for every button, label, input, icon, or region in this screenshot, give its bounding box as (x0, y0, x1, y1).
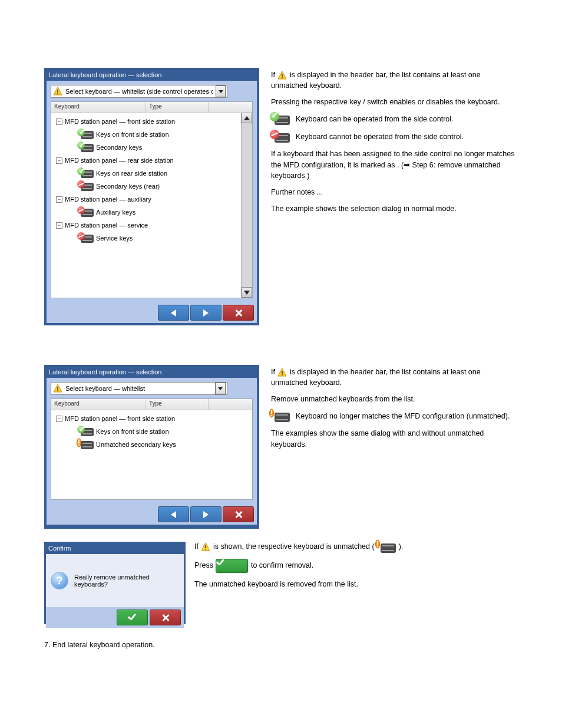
tree-parent[interactable]: −MFD station panel — front side stationK… (54, 412, 250, 451)
dialog-footer (47, 302, 257, 323)
keyboard-allowed-icon (78, 427, 94, 436)
keyboard-blocked-icon (78, 207, 94, 217)
expander-icon[interactable]: − (56, 196, 62, 203)
cancel-button[interactable] (223, 305, 254, 321)
dialog-footer (46, 607, 184, 628)
keyboard-select-combo[interactable]: Select keyboard — whitelist (side contro… (51, 85, 227, 98)
ok-button-inline (216, 559, 248, 573)
cancel-button[interactable] (223, 506, 254, 522)
tree-parent[interactable]: −MFD station panel — serviceService keys (54, 219, 239, 245)
tree-header-col-2: Type (146, 102, 209, 113)
expander-icon[interactable]: − (56, 416, 62, 422)
keyboard-warn-icon (377, 541, 396, 553)
tree-item-label: Secondary keys (96, 144, 142, 151)
tree-header-col-1: Keyboard (51, 102, 146, 113)
keyboard-blocked-icon (78, 182, 94, 191)
tree-parent[interactable]: −MFD station panel — auxiliaryAuxiliary … (54, 193, 239, 219)
dialog-footer (47, 504, 257, 525)
tree-item[interactable]: Secondary keys (56, 141, 239, 154)
keyboard-blocked-icon (271, 131, 290, 143)
expander-icon[interactable]: − (56, 157, 62, 164)
keyboard-blocked-icon (78, 233, 94, 243)
example1-description: If is displayed in the header bar, the l… (271, 70, 518, 220)
tree-header: Keyboard Type (51, 102, 252, 113)
prev-button[interactable] (158, 506, 189, 522)
question-icon: ? (51, 572, 68, 589)
tree-item-label: Keys on rear side station (96, 170, 167, 177)
tree-item-label: Service keys (96, 235, 133, 242)
tree-header: Keyboard Type (51, 399, 252, 410)
tree-parent[interactable]: −MFD station panel — front side stationK… (54, 115, 239, 154)
keyboard-selection-dialog-2: Lateral keyboard operation — selection S… (44, 365, 259, 529)
tree-parent-label: MFD station panel — front side station (65, 118, 175, 125)
confirm-question: Really remove unmatched keyboards? (74, 574, 179, 588)
warning-icon (201, 542, 210, 552)
warning-icon (53, 87, 62, 96)
tree-parent-label: MFD station panel — service (65, 222, 148, 229)
keyboard-allowed-icon (78, 130, 94, 139)
tree-item-label: Secondary keys (rear) (96, 183, 160, 190)
keyboard-allowed-icon (78, 143, 94, 152)
ok-button[interactable] (117, 610, 148, 625)
keyboard-selection-dialog-1: Lateral keyboard operation — selection S… (44, 68, 259, 325)
tree-item-label: Auxiliary keys (96, 209, 135, 216)
expander-icon[interactable]: − (56, 118, 62, 125)
x-icon (161, 614, 170, 622)
cancel-button[interactable] (150, 610, 181, 625)
tree-item-label: Keys on front side station (96, 131, 169, 138)
combo-dropdown-arrow[interactable] (216, 85, 226, 97)
keyboard-tree: Keyboard Type −MFD station panel — front… (51, 101, 253, 298)
scroll-down-button[interactable] (242, 287, 252, 298)
tree-item[interactable]: Unmatched secondary keys (56, 438, 250, 451)
keyboard-allowed-icon (271, 113, 290, 125)
expander-icon[interactable]: − (56, 222, 62, 229)
keyboard-select-combo[interactable]: Select keyboard — whitelist (51, 382, 227, 395)
tree-item-label: Keys on front side station (96, 428, 169, 435)
triangle-right-icon (203, 309, 209, 317)
x-icon (234, 510, 243, 519)
tree-item[interactable]: Secondary keys (rear) (56, 180, 239, 193)
tree-item[interactable]: Keys on rear side station (56, 167, 239, 180)
tree-header-col-2: Type (146, 399, 209, 410)
tree-parent[interactable]: −MFD station panel — rear side stationKe… (54, 154, 239, 193)
keyboard-tree: Keyboard Type −MFD station panel — front… (51, 398, 253, 500)
confirm-description: If is shown, the respective keyboard is … (194, 541, 518, 595)
dialog-title: Lateral keyboard operation — selection (47, 70, 257, 81)
combo-value: Select keyboard — whitelist (side contro… (65, 88, 213, 95)
keyboard-warn-icon (78, 440, 94, 449)
tree-header-col-1: Keyboard (51, 399, 146, 410)
keyboard-allowed-icon (78, 169, 94, 178)
warning-icon (277, 368, 287, 377)
tree-parent-label: MFD station panel — front side station (65, 415, 175, 422)
keyboard-warn-icon (271, 410, 290, 422)
triangle-right-icon (203, 511, 209, 518)
scroll-up-button[interactable] (242, 113, 252, 123)
footer-step: 7. End lateral keyboard operation. (44, 640, 515, 650)
dialog-title: Confirm (46, 543, 184, 554)
combo-value: Select keyboard — whitelist (65, 385, 213, 392)
tree-item-label: Unmatched secondary keys (96, 441, 176, 448)
triangle-left-icon (171, 309, 176, 317)
prev-button[interactable] (158, 305, 189, 321)
tree-item[interactable]: Auxiliary keys (56, 206, 239, 219)
tree-item[interactable]: Service keys (56, 232, 239, 245)
dialog-title: Lateral keyboard operation — selection (47, 367, 257, 378)
legend-blocked: Keyboard cannot be operated from the sid… (296, 131, 464, 142)
tree-scrollbar[interactable] (241, 113, 252, 298)
check-icon (128, 614, 137, 621)
tree-parent-label: MFD station panel — auxiliary (65, 196, 151, 203)
combo-dropdown-arrow[interactable] (215, 383, 226, 394)
next-button[interactable] (190, 506, 222, 522)
legend-warn: Keyboard no longer matches the MFD confi… (296, 411, 510, 421)
warning-icon (53, 384, 62, 393)
example2-description: If is displayed in the header bar, the l… (271, 367, 518, 456)
tree-item[interactable]: Keys on front side station (56, 128, 239, 141)
triangle-left-icon (171, 511, 176, 518)
warning-icon (277, 71, 287, 80)
tree-parent-label: MFD station panel — rear side station (65, 157, 174, 164)
x-icon (234, 309, 243, 317)
legend-allowed: Keyboard can be operated from the side c… (296, 114, 454, 124)
confirm-dialog: Confirm ? Really remove unmatched keyboa… (44, 542, 186, 624)
tree-item[interactable]: Keys on front side station (56, 425, 250, 438)
next-button[interactable] (190, 305, 222, 321)
